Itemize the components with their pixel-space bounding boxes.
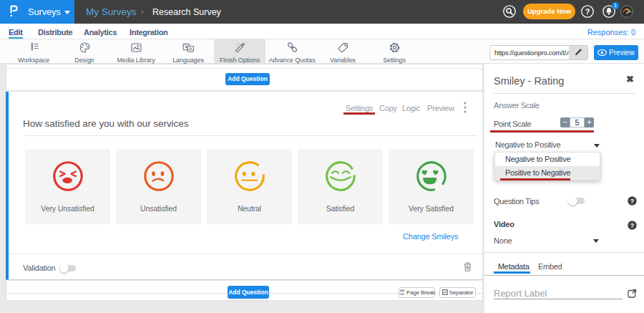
svg-text:?: ? (630, 198, 635, 205)
svg-text:¥: ¥ (185, 44, 187, 49)
svg-text:?: ? (585, 7, 590, 16)
svg-text:?: ? (630, 222, 635, 229)
svg-text:A: A (189, 47, 192, 52)
